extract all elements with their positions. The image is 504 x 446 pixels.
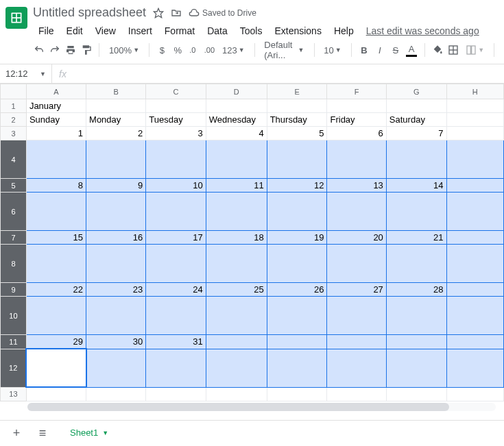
cell-D13[interactable] [206,387,267,401]
col-header-B[interactable]: B [86,84,146,99]
last-edit-link[interactable]: Last edit was seconds ago [361,23,485,39]
cell-G9[interactable]: 28 [386,283,446,297]
cell-E5[interactable]: 12 [267,179,327,193]
cell-E2[interactable]: Thursday [267,113,327,127]
cell-H5[interactable] [446,179,504,193]
cell-E11[interactable] [267,335,327,349]
cell-G11[interactable] [386,335,446,349]
grid[interactable]: ABCDEFGH1January2SundayMondayTuesdayWedn… [0,84,504,420]
cell-F4[interactable] [327,140,386,179]
add-sheet-button[interactable]: + [8,425,25,442]
cell-D10[interactable] [206,297,267,335]
cell-A12[interactable] [26,349,86,387]
cloud-saved[interactable]: Saved to Drive [189,8,256,18]
text-color-button[interactable]: A [405,42,417,58]
cell-F10[interactable] [327,297,386,335]
name-box[interactable]: 12:12▼ [0,64,52,83]
cell-E1[interactable] [267,99,327,113]
cell-E8[interactable] [267,245,327,283]
merge-button[interactable]: ▼ [463,42,487,58]
cell-E3[interactable]: 5 [267,127,327,140]
cell-F6[interactable] [327,193,386,231]
cell-D12[interactable] [206,349,267,387]
cell-D1[interactable] [206,99,267,113]
cell-D4[interactable] [206,140,267,179]
cell-B2[interactable]: Monday [86,113,146,127]
cell-B10[interactable] [86,297,146,335]
cell-G5[interactable]: 14 [386,179,446,193]
cell-D9[interactable]: 25 [206,283,267,297]
cell-B7[interactable]: 16 [86,231,146,245]
row-header-9[interactable]: 9 [1,283,27,297]
menu-extensions[interactable]: Extensions [269,23,326,39]
cell-F8[interactable] [327,245,386,283]
menu-file[interactable]: File [33,23,60,39]
menu-view[interactable]: View [90,23,121,39]
cell-E10[interactable] [267,297,327,335]
cell-D6[interactable] [206,193,267,231]
formula-input[interactable] [73,64,504,83]
increase-decimal-button[interactable]: .00 [204,42,215,58]
cell-F2[interactable]: Friday [327,113,386,127]
cell-H13[interactable] [446,387,504,401]
cell-G12[interactable] [386,349,446,387]
cell-A2[interactable]: Sunday [26,113,86,127]
cell-C4[interactable] [146,140,206,179]
doc-title[interactable]: Untitled spreadsheet [33,5,146,20]
cell-G3[interactable]: 7 [386,127,446,140]
menu-insert[interactable]: Insert [123,23,158,39]
cell-A5[interactable]: 8 [26,179,86,193]
cell-H8[interactable] [446,245,504,283]
cell-C12[interactable] [146,349,206,387]
menu-format[interactable]: Format [159,23,200,39]
cell-C13[interactable] [146,387,206,401]
cell-F3[interactable]: 6 [327,127,386,140]
cell-E4[interactable] [267,140,327,179]
cell-H4[interactable] [446,140,504,179]
menu-help[interactable]: Help [328,23,359,39]
row-header-6[interactable]: 6 [1,193,27,231]
cell-C6[interactable] [146,193,206,231]
cell-B9[interactable]: 23 [86,283,146,297]
row-header-1[interactable]: 1 [1,99,27,113]
cell-G13[interactable] [386,387,446,401]
col-header-H[interactable]: H [446,84,504,99]
cell-C3[interactable]: 3 [146,127,206,140]
cell-E6[interactable] [267,193,327,231]
row-header-2[interactable]: 2 [1,113,27,127]
cell-H6[interactable] [446,193,504,231]
horizontal-scrollbar[interactable] [27,403,496,411]
cell-H9[interactable] [446,283,504,297]
currency-button[interactable]: $ [156,42,168,58]
cell-D7[interactable]: 18 [206,231,267,245]
col-header-G[interactable]: G [386,84,446,99]
cell-A9[interactable]: 22 [26,283,86,297]
cell-D11[interactable] [206,335,267,349]
row-header-10[interactable]: 10 [1,297,27,335]
cell-B12[interactable] [86,349,146,387]
cell-G6[interactable] [386,193,446,231]
row-header-3[interactable]: 3 [1,127,27,140]
cell-D3[interactable]: 4 [206,127,267,140]
cell-B13[interactable] [86,387,146,401]
cell-G7[interactable]: 21 [386,231,446,245]
cell-G2[interactable]: Saturday [386,113,446,127]
sheet-tab-1[interactable]: Sheet1▼ [60,422,118,445]
cell-B11[interactable]: 30 [86,335,146,349]
col-header-A[interactable]: A [26,84,86,99]
cell-H2[interactable] [446,113,504,127]
cell-F12[interactable] [327,349,386,387]
row-header-5[interactable]: 5 [1,179,27,193]
col-header-E[interactable]: E [267,84,327,99]
star-icon[interactable] [153,8,164,18]
col-header-F[interactable]: F [327,84,386,99]
cell-C7[interactable]: 17 [146,231,206,245]
cell-H7[interactable] [446,231,504,245]
cell-A3[interactable]: 1 [26,127,86,140]
cell-A8[interactable] [26,245,86,283]
menu-tools[interactable]: Tools [235,23,268,39]
italic-button[interactable]: I [374,42,385,58]
borders-button[interactable] [447,42,459,58]
strikethrough-button[interactable]: S [389,42,401,58]
cell-G1[interactable] [386,99,446,113]
